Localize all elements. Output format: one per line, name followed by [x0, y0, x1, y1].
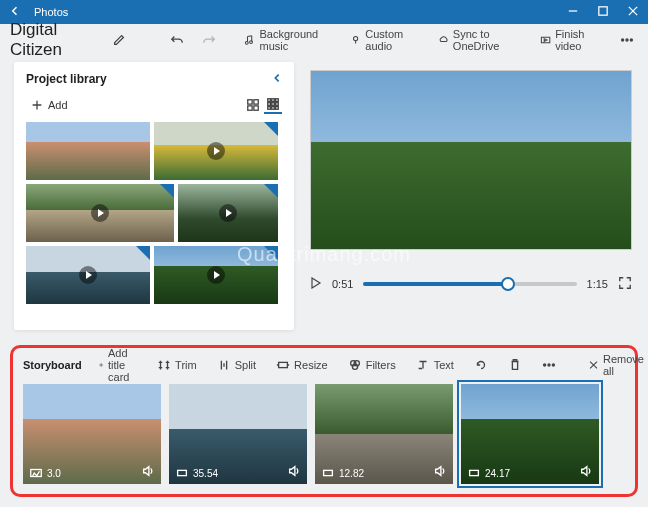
- storyboard-more-button[interactable]: [538, 356, 560, 374]
- clip-duration: 12.82: [339, 468, 364, 479]
- sync-button[interactable]: Sync to OneDrive: [434, 26, 526, 54]
- clip-audio-icon: [579, 464, 593, 480]
- storyboard-clip[interactable]: 3.0: [23, 384, 161, 484]
- storyboard-panel: Storyboard Add title card Trim Split Res…: [10, 345, 638, 497]
- library-thumbnails: [26, 122, 282, 304]
- text-label: Text: [434, 359, 454, 371]
- add-title-card-button[interactable]: Add title card: [94, 345, 141, 385]
- svg-rect-29: [324, 470, 333, 475]
- video-preview[interactable]: [310, 70, 632, 250]
- svg-rect-18: [272, 107, 275, 110]
- collapse-library-button[interactable]: [272, 72, 282, 86]
- custom-audio-label: Custom audio: [365, 28, 419, 52]
- svg-point-1: [246, 41, 249, 44]
- used-indicator-icon: [264, 246, 278, 260]
- resize-button[interactable]: Resize: [272, 356, 332, 374]
- bg-music-button[interactable]: Background music: [240, 26, 336, 54]
- filters-button[interactable]: Filters: [344, 356, 400, 374]
- current-time: 0:51: [332, 278, 353, 290]
- redo-button[interactable]: [198, 31, 220, 49]
- svg-point-2: [250, 41, 253, 44]
- text-button[interactable]: Text: [412, 356, 458, 374]
- back-button[interactable]: [0, 5, 30, 19]
- total-time: 1:15: [587, 278, 608, 290]
- svg-point-4: [622, 39, 624, 41]
- library-item[interactable]: [26, 122, 150, 180]
- used-indicator-icon: [136, 246, 150, 260]
- add-media-button[interactable]: Add: [26, 96, 72, 114]
- trim-button[interactable]: Trim: [153, 356, 201, 374]
- fullscreen-button[interactable]: [618, 276, 632, 292]
- svg-rect-0: [599, 7, 607, 15]
- used-indicator-icon: [264, 184, 278, 198]
- used-indicator-icon: [160, 184, 174, 198]
- clip-duration: 35.54: [193, 468, 218, 479]
- svg-point-26: [552, 364, 554, 366]
- clip-audio-icon: [433, 464, 447, 480]
- grid-large-button[interactable]: [244, 96, 262, 114]
- finish-button[interactable]: Finish video: [536, 26, 606, 54]
- play-overlay-icon: [79, 266, 97, 284]
- rename-button[interactable]: [108, 31, 130, 49]
- storyboard-clip[interactable]: 35.54: [169, 384, 307, 484]
- grid-small-button[interactable]: [264, 96, 282, 114]
- svg-point-6: [630, 39, 632, 41]
- svg-rect-28: [178, 470, 187, 475]
- svg-rect-10: [254, 106, 258, 110]
- delete-button[interactable]: [504, 356, 526, 374]
- custom-audio-button[interactable]: Custom audio: [346, 26, 424, 54]
- svg-rect-11: [268, 99, 271, 102]
- library-item[interactable]: [26, 184, 174, 242]
- more-button[interactable]: [616, 31, 638, 49]
- clip-duration: 24.17: [485, 468, 510, 479]
- library-item[interactable]: [26, 246, 150, 304]
- trim-label: Trim: [175, 359, 197, 371]
- split-button[interactable]: Split: [213, 356, 260, 374]
- close-button[interactable]: [618, 6, 648, 18]
- bg-music-label: Background music: [260, 28, 333, 52]
- sync-label: Sync to OneDrive: [453, 28, 522, 52]
- svg-point-24: [543, 364, 545, 366]
- preview-pane: 0:51 1:15: [294, 56, 648, 336]
- library-item[interactable]: [154, 122, 278, 180]
- play-button[interactable]: [310, 277, 322, 291]
- svg-point-3: [354, 36, 358, 40]
- rotate-button[interactable]: [470, 356, 492, 374]
- undo-button[interactable]: [166, 31, 188, 49]
- library-item[interactable]: [154, 246, 278, 304]
- svg-rect-19: [276, 107, 279, 110]
- svg-rect-14: [268, 103, 271, 106]
- clip-audio-icon: [287, 464, 301, 480]
- add-title-card-label: Add title card: [108, 347, 137, 383]
- svg-rect-9: [248, 106, 252, 110]
- used-indicator-icon: [264, 122, 278, 136]
- play-overlay-icon: [219, 204, 237, 222]
- play-overlay-icon: [207, 142, 225, 160]
- maximize-button[interactable]: [588, 6, 618, 18]
- storyboard-clip[interactable]: 24.17: [461, 384, 599, 484]
- svg-rect-15: [272, 103, 275, 106]
- play-overlay-icon: [207, 266, 225, 284]
- storyboard-title: Storyboard: [23, 359, 82, 371]
- add-label: Add: [48, 99, 68, 111]
- clip-audio-icon: [141, 464, 155, 480]
- project-library-panel: Project library Add: [14, 62, 294, 330]
- split-label: Split: [235, 359, 256, 371]
- svg-rect-17: [268, 107, 271, 110]
- svg-rect-13: [276, 99, 279, 102]
- svg-rect-7: [248, 100, 252, 104]
- minimize-button[interactable]: [558, 6, 588, 18]
- resize-label: Resize: [294, 359, 328, 371]
- remove-all-button[interactable]: Remove all: [584, 351, 648, 379]
- app-title: Photos: [30, 6, 558, 18]
- finish-label: Finish video: [555, 28, 602, 52]
- storyboard-clip[interactable]: 12.82: [315, 384, 453, 484]
- svg-rect-30: [470, 470, 479, 475]
- clip-duration: 3.0: [47, 468, 61, 479]
- seek-slider[interactable]: [363, 282, 576, 286]
- library-item[interactable]: [178, 184, 278, 242]
- svg-point-5: [626, 39, 628, 41]
- play-overlay-icon: [91, 204, 109, 222]
- remove-all-label: Remove all: [603, 353, 647, 377]
- project-name: Digital Citizen: [10, 20, 94, 60]
